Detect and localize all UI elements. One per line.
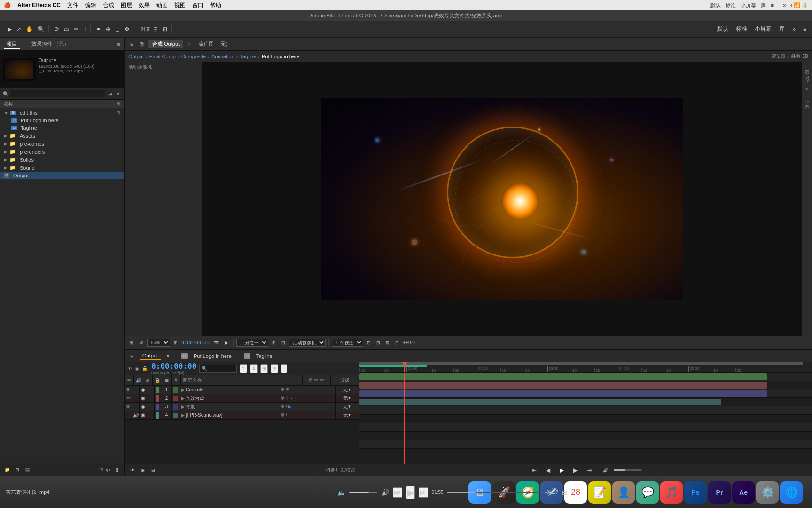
- tl-tab-output[interactable]: Output: [140, 352, 161, 360]
- tl-settings-btn[interactable]: ⊟: [271, 364, 278, 373]
- tab-project[interactable]: 项目: [4, 40, 20, 49]
- workspace-default[interactable]: 默认: [710, 2, 721, 9]
- dock-premiere[interactable]: Pr: [708, 481, 731, 504]
- vc-monitor-btn[interactable]: 🖥: [137, 339, 145, 346]
- tl-bottom-icon1[interactable]: 👁: [128, 467, 136, 474]
- l3-lock[interactable]: [147, 403, 155, 411]
- main-viewer[interactable]: [202, 62, 802, 336]
- align-center[interactable]: ⊡: [161, 25, 169, 33]
- bc-output[interactable]: Output: [128, 54, 144, 59]
- share-icon[interactable]: ⊞: [562, 489, 568, 496]
- tl-step-back[interactable]: ◀: [544, 466, 552, 475]
- tree-item-put-logo[interactable]: ⊡ Put Logo in here: [0, 117, 124, 124]
- l4-solo[interactable]: ◉: [140, 411, 147, 419]
- dock-messages[interactable]: 💬: [636, 481, 659, 504]
- align-left[interactable]: ⊟: [151, 25, 160, 33]
- tl-name-tagline[interactable]: Tagline: [256, 353, 273, 359]
- playhead-top[interactable]: [404, 362, 405, 372]
- l1-solo[interactable]: ◉: [140, 386, 147, 394]
- layer-row-1[interactable]: 👁 ◉ 1 ▶ Controls: [125, 386, 359, 394]
- bc-tagline[interactable]: Tagline: [240, 54, 256, 59]
- dock-system-prefs[interactable]: ⚙️: [756, 481, 779, 504]
- zoom-select[interactable]: 50%: [147, 339, 170, 347]
- l3-vis[interactable]: 👁: [125, 403, 132, 411]
- menu-layer[interactable]: 图层: [121, 1, 132, 9]
- workspace-lib-btn[interactable]: 库: [777, 24, 787, 34]
- tool-brush[interactable]: ✒: [94, 25, 103, 33]
- camera-select[interactable]: 活动摄像机: [289, 339, 326, 347]
- vc-icon-btn[interactable]: ⊞: [127, 339, 135, 346]
- workspace-small-btn[interactable]: 小屏幕: [753, 24, 773, 34]
- vc-play-btn[interactable]: ▶: [223, 339, 230, 346]
- new-folder-btn[interactable]: 📁: [3, 467, 12, 473]
- tl-bottom-icon2[interactable]: ◉: [139, 467, 147, 474]
- quality-select[interactable]: 二分之一: [236, 339, 268, 347]
- menu-edit[interactable]: 编辑: [85, 1, 96, 9]
- tl-audio-toggle[interactable]: 🔊: [603, 468, 608, 473]
- media-rewind[interactable]: ⏮: [393, 487, 402, 498]
- tl-goto-end[interactable]: ⇥: [585, 466, 593, 475]
- tree-item-edit-this[interactable]: ▼ ⊞ edit this ⊞: [0, 109, 124, 117]
- right-btn-3[interactable]: VA: [804, 75, 811, 84]
- vc-3d-btn[interactable]: ⊞: [375, 340, 382, 346]
- vc-camera-snap[interactable]: 📷: [211, 339, 221, 346]
- apple-menu[interactable]: 🍎: [4, 2, 11, 8]
- tool-rect[interactable]: ▭: [62, 25, 71, 33]
- media-play[interactable]: ▶: [406, 486, 415, 499]
- right-btn-4[interactable]: ≡: [804, 86, 811, 92]
- track-bar-1[interactable]: [359, 373, 767, 380]
- tool-pointer[interactable]: ↗: [15, 25, 23, 33]
- right-btn-2[interactable]: 字: [803, 70, 811, 73]
- media-progress-bar[interactable]: [447, 492, 541, 493]
- tl-search-input[interactable]: [199, 365, 237, 373]
- vc-view-btn[interactable]: ⊟: [365, 340, 373, 346]
- layer-row-4[interactable]: 🔊 ◉ 4 ▶ [FPR-Sound.wav]: [125, 411, 359, 420]
- track-bar-2[interactable]: [359, 382, 767, 389]
- vc-safe-btn[interactable]: ⊡: [393, 340, 401, 346]
- tl-bottom-icon3[interactable]: ⊞: [149, 467, 157, 474]
- tl-new-btn[interactable]: ⊞: [260, 364, 268, 373]
- right-btn-6[interactable]: 丕: [803, 100, 811, 104]
- tool-pen[interactable]: ✏: [72, 25, 80, 33]
- menu-help[interactable]: 帮助: [210, 1, 221, 9]
- bc-put-logo[interactable]: Put Logo in here: [262, 54, 300, 59]
- vc-grid-btn[interactable]: ⊠: [384, 340, 391, 346]
- sort-btn[interactable]: ⊞: [107, 91, 114, 97]
- workspace-menu[interactable]: ≡: [771, 2, 773, 8]
- l3-audio[interactable]: [132, 403, 140, 411]
- tool-clone[interactable]: ⊕: [104, 25, 112, 33]
- tl-move-up-btn[interactable]: ⇑: [240, 364, 247, 373]
- search-input[interactable]: [10, 90, 105, 97]
- l4-vis[interactable]: [125, 411, 132, 419]
- l1-vis[interactable]: 👁: [125, 386, 132, 394]
- tl-graph-btn[interactable]: ⌇: [281, 364, 287, 373]
- right-btn-5[interactable]: 字: [803, 95, 811, 98]
- menu-view[interactable]: 视图: [174, 1, 186, 9]
- tree-item-tagline[interactable]: ⊡ Tagline: [0, 124, 124, 132]
- track-bar-3[interactable]: [359, 390, 767, 397]
- menu-effects[interactable]: 效果: [139, 1, 150, 9]
- volume-slider[interactable]: [349, 492, 377, 493]
- tl-timecode[interactable]: 0:00:00:00: [151, 362, 196, 371]
- dock-ps[interactable]: Ps: [684, 481, 707, 504]
- l1-lock[interactable]: [147, 386, 155, 394]
- workspace-library[interactable]: 库: [761, 2, 766, 9]
- vc-channels[interactable]: ⊡: [280, 340, 287, 346]
- tl-icon[interactable]: ⊞: [128, 353, 136, 359]
- tool-puppet[interactable]: ✤: [123, 25, 131, 33]
- tool-select[interactable]: ▶: [6, 25, 14, 33]
- l2-solo[interactable]: ◉: [140, 394, 147, 402]
- workspace-standard[interactable]: 标准: [726, 2, 736, 9]
- playhead-line[interactable]: [404, 373, 405, 464]
- menu-icon[interactable]: ≡: [801, 25, 808, 33]
- dock-notes[interactable]: 📝: [588, 481, 611, 504]
- viewer-film-btn[interactable]: 🎬: [138, 41, 147, 48]
- workspace-standard-btn[interactable]: 标准: [734, 24, 749, 34]
- sort-icon[interactable]: ⊞: [117, 101, 120, 106]
- layer-row-3[interactable]: 👁 ◉ 3 ▶ 背景: [125, 403, 359, 411]
- delete-btn[interactable]: 🗑: [113, 467, 121, 473]
- tree-item-prerenders[interactable]: ▶ 📁 prerenders: [0, 148, 124, 156]
- l2-vis[interactable]: 👁: [125, 394, 132, 402]
- toggle-mode-label[interactable]: 切换开关/模式: [326, 467, 355, 474]
- panel-menu-btn[interactable]: ≡: [117, 41, 120, 47]
